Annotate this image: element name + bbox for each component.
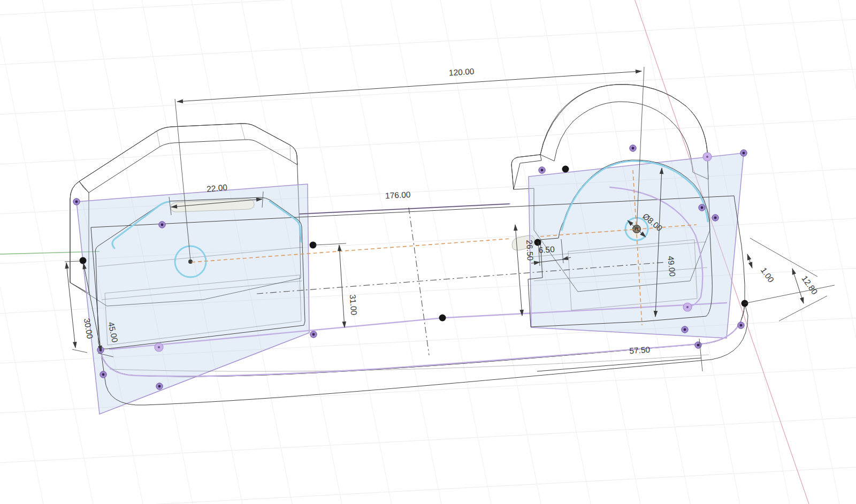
dimension-label[interactable]: 176.00 [385, 190, 411, 200]
cad-viewport[interactable]: 120.00 176.00 22.00 31.00 45.00 30.00 26… [0, 0, 856, 504]
sketch-point[interactable] [695, 342, 701, 348]
sketch-point-selected[interactable] [534, 239, 541, 246]
dimension-label[interactable]: 120.00 [448, 67, 475, 78]
sketch-point[interactable] [699, 204, 705, 211]
sketch-point[interactable] [539, 167, 545, 173]
dimension-label[interactable]: 49.00 [666, 255, 677, 277]
sketch-point-selected[interactable] [439, 315, 446, 322]
sketch-point[interactable] [630, 145, 636, 151]
sketch-point-selected[interactable] [562, 166, 569, 173]
dimension-label[interactable]: 57.50 [629, 345, 651, 356]
sketch-point[interactable] [712, 215, 719, 221]
dimension-label[interactable]: 1.00 [759, 266, 776, 285]
sketch-point-highlight[interactable] [155, 343, 163, 352]
dimension-176[interactable]: 176.00 [299, 190, 509, 214]
dimension-label[interactable]: 22.00 [206, 182, 228, 193]
dimension-31[interactable]: 31.00 [315, 243, 358, 327]
dimension-label[interactable]: 31.00 [348, 294, 359, 316]
dimension-label[interactable]: 6.50 [538, 245, 555, 255]
dimension-label[interactable]: 12.80 [800, 274, 819, 296]
dimension-label[interactable]: 26.50 [525, 240, 535, 261]
sketch-point-highlight[interactable] [703, 152, 712, 161]
sketch-point[interactable] [682, 326, 688, 333]
sketch-point[interactable] [73, 198, 80, 205]
sketch-plane-right[interactable] [529, 153, 744, 338]
sketch-point-highlight[interactable] [683, 303, 692, 311]
dimension-12-80[interactable]: 12.80 [745, 269, 835, 321]
sketch-point[interactable] [738, 322, 744, 329]
sketch-point[interactable] [100, 371, 106, 378]
sketch-point[interactable] [156, 383, 163, 390]
sketch-point[interactable] [310, 331, 317, 338]
sketch-point-selected[interactable] [80, 257, 87, 264]
sketch-point[interactable] [740, 150, 747, 156]
sketch-point[interactable] [159, 222, 165, 228]
